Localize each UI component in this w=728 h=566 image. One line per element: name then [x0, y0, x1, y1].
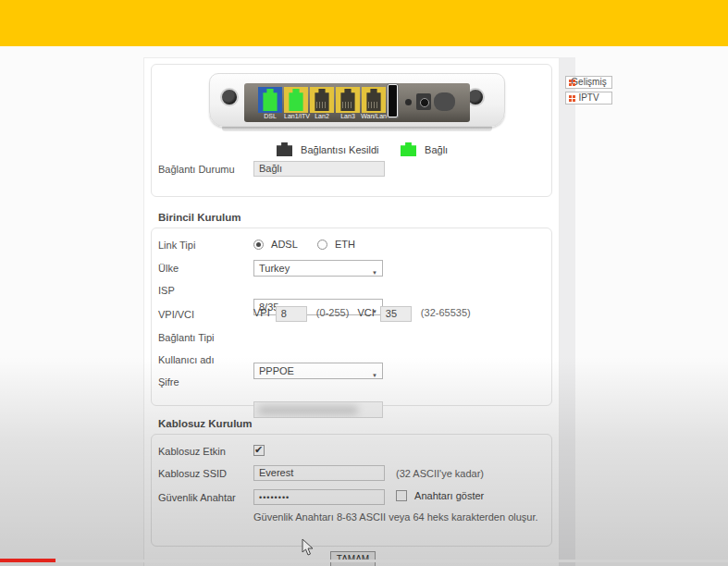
adsl-radio[interactable]	[253, 240, 264, 250]
dsl-jack-connected-icon	[261, 89, 279, 111]
legend-disconnected-label: Bağlantısı Kesildi	[301, 144, 378, 155]
isp-label: ISP	[158, 285, 175, 296]
power-button	[434, 92, 455, 111]
lan1-jack-connected-icon	[287, 89, 305, 111]
country-select[interactable]: Turkey ▼	[253, 260, 383, 277]
chevron-down-icon: ▼	[372, 265, 377, 280]
link-type-radios: ADSL ETH	[253, 239, 355, 250]
password-label: Şifre	[158, 376, 179, 388]
vpi-vci-controls: VPI 8 (0-255) VCI 35 (32-65535)	[253, 306, 540, 322]
lan2-jack-disconnected-icon	[313, 89, 331, 111]
reset-button	[405, 99, 412, 105]
antenna-mount-left	[220, 88, 239, 106]
vci-range-hint: (32-65535)	[421, 307, 471, 318]
iptv-button[interactable]: IPTV	[565, 92, 612, 105]
port-lan2	[310, 87, 334, 113]
lan3-jack-disconnected-icon	[339, 89, 357, 111]
username-label: Kullanıcı adı	[158, 354, 215, 365]
wireless-enabled-checkbox[interactable]	[253, 445, 265, 456]
connection-type-label: Bağlantı Tipi	[158, 332, 215, 343]
setup-card: DSL Lan1/iTV Lan2 Lan3 Wan/Lan4 Bağlantı…	[143, 57, 560, 566]
security-key-label: Güvenlik Anahtar	[158, 492, 236, 503]
vpi-vci-label: VPI/VCI	[158, 309, 194, 320]
port-wan-lan4	[362, 87, 386, 113]
advanced-button[interactable]: Gelişmiş	[565, 76, 612, 89]
username-redacted-value	[258, 406, 358, 414]
scrollbar-track[interactable]	[560, 57, 575, 566]
connection-type-select-value: PPPOE	[259, 365, 294, 376]
ssid-label: Kablosuz SSID	[158, 468, 227, 479]
username-input[interactable]	[253, 401, 383, 418]
router-image: DSL Lan1/iTV Lan2 Lan3 Wan/Lan4	[209, 71, 505, 134]
security-key-hint: Güvenlik Anahtarı 8-63 ASCII veya 64 hek…	[253, 511, 538, 523]
eth-radio-label[interactable]: ETH	[335, 239, 355, 250]
vci-field-label: VCI	[357, 307, 374, 318]
iptv-button-label: IPTV	[578, 92, 598, 103]
connection-type-select[interactable]: PPPOE ▼	[253, 363, 383, 379]
show-key-control: Anahtarı göster	[396, 490, 484, 501]
connected-plug-icon	[401, 142, 416, 156]
security-key-input[interactable]: ••••••••	[253, 489, 385, 505]
ok-button[interactable]: TAMAM	[330, 551, 376, 566]
vpi-range-hint: (0-255)	[316, 307, 349, 318]
legend-connected: Bağlı	[401, 142, 448, 156]
advanced-button-label: Gelişmiş	[571, 77, 606, 87]
grid-icon	[569, 95, 575, 102]
video-progress-track[interactable]	[0, 560, 728, 562]
vci-input[interactable]: 35	[380, 306, 412, 322]
country-label: Ülke	[158, 263, 179, 274]
top-banner	[0, 0, 728, 46]
primary-setup-title: Birincil Kurulum	[158, 212, 241, 223]
power-jack	[416, 93, 431, 110]
link-type-label: Link Tipi	[158, 240, 195, 251]
wireless-enabled-control	[253, 445, 265, 456]
chevron-down-icon: ▼	[372, 368, 377, 383]
wan-jack-disconnected-icon	[364, 89, 383, 111]
port-lan1-iptv	[284, 87, 308, 113]
port-lan3	[336, 87, 360, 113]
wireless-setup-title: Kablosuz Kurulum	[158, 418, 253, 429]
eth-radio[interactable]	[317, 240, 327, 250]
vpi-input[interactable]: 8	[276, 306, 307, 322]
grid-icon	[569, 80, 575, 86]
port-dsl	[258, 87, 282, 113]
country-select-value: Turkey	[259, 263, 290, 274]
show-key-label[interactable]: Anahtarı göster	[414, 490, 484, 501]
mouse-cursor	[302, 538, 314, 556]
connection-status-field: Bağlı	[253, 161, 385, 177]
vpi-field-label: VPI	[253, 307, 270, 318]
connection-status-label: Bağlantı Durumu	[158, 164, 235, 175]
show-key-checkbox[interactable]	[396, 490, 407, 501]
legend-disconnected: Bağlantısı Kesildi	[277, 142, 378, 156]
ssid-input[interactable]: Everest	[253, 465, 385, 481]
wireless-enabled-label: Kablosuz Etkin	[158, 446, 226, 457]
usb-port	[388, 84, 398, 117]
legend-connected-label: Bağlı	[425, 144, 448, 155]
ssid-hint: (32 ASCII'ye kadar)	[396, 468, 484, 479]
video-progress-played	[0, 559, 56, 562]
disconnected-plug-icon	[277, 142, 292, 156]
adsl-radio-label[interactable]: ADSL	[271, 239, 298, 250]
